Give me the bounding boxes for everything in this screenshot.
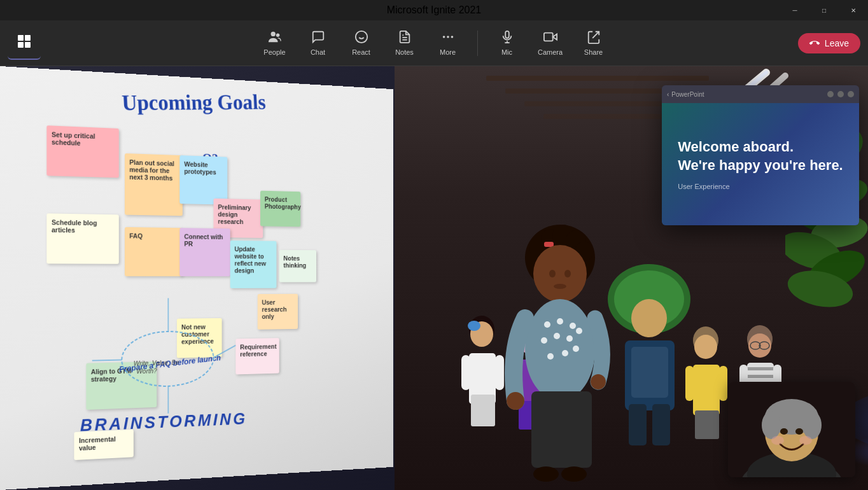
svg-rect-45 [652, 404, 670, 445]
ppt-back-button[interactable]: ‹ [667, 91, 669, 98]
svg-point-4 [270, 32, 275, 36]
svg-point-74 [554, 284, 566, 289]
leave-label: Leave [825, 38, 849, 48]
ppt-welcome-text: Welcome aboard. We're happy you're here. [678, 138, 843, 174]
svg-rect-48 [693, 365, 720, 416]
prepare-faq-text: Prepare a FAQ before launch [118, 353, 221, 374]
svg-point-13 [451, 36, 453, 38]
chat-icon [311, 30, 325, 46]
svg-rect-50 [685, 366, 694, 401]
camera-button[interactable]: Camera [531, 24, 570, 62]
mic-icon [500, 30, 514, 46]
notes-button[interactable]: Notes [386, 24, 424, 62]
react-button[interactable]: React [342, 24, 381, 62]
toolbar-right: Leave [798, 33, 860, 53]
svg-point-76 [525, 299, 595, 401]
more-button[interactable]: More [429, 24, 467, 62]
layout-button[interactable] [8, 27, 41, 60]
svg-rect-58 [747, 367, 774, 370]
svg-rect-30 [461, 355, 470, 390]
brainstorm-text: BRAINSTORMING [80, 409, 248, 435]
svg-point-91 [561, 466, 587, 482]
svg-rect-3 [25, 42, 31, 48]
svg-rect-51 [719, 366, 727, 401]
svg-point-109 [795, 428, 803, 435]
title-bar: Microsoft Ignite 2021 ─ □ ✕ [0, 0, 868, 20]
svg-point-88 [507, 392, 524, 410]
sticky-note: Connect with PR [179, 228, 230, 276]
svg-marker-17 [552, 34, 556, 39]
svg-rect-14 [505, 31, 509, 38]
maximize-button[interactable]: □ [809, 0, 839, 20]
toolbar-center: People Chat React [256, 24, 613, 62]
whiteboard: Upcoming Goals Q2 Set up critical schedu… [0, 66, 393, 490]
ppt-content: Welcome aboard. We're happy you're here.… [662, 103, 859, 225]
sticky-note: Schedule blog articles [46, 213, 118, 263]
sticky-note: FAQ [125, 227, 183, 276]
people-icon [268, 30, 282, 46]
ppt-control-close[interactable] [848, 91, 854, 97]
sticky-note: Update website to reflect new design [230, 241, 277, 288]
svg-point-73 [564, 270, 571, 277]
ppt-control-edit[interactable] [837, 91, 844, 97]
sticky-note: Set up critical schedule [46, 125, 118, 178]
mic-label: Mic [501, 48, 512, 56]
avatar-yellow-shirt [680, 321, 731, 442]
share-button[interactable]: Share [575, 24, 613, 62]
camera-label: Camera [538, 48, 563, 56]
sticky-note: Website prototypes [179, 155, 227, 205]
svg-rect-59 [747, 375, 774, 378]
sticky-note: User research only [258, 294, 298, 330]
sticky-note: Product Photography [260, 191, 300, 227]
leave-button[interactable]: Leave [798, 33, 860, 53]
svg-point-78 [557, 318, 563, 325]
svg-rect-29 [471, 395, 495, 426]
real-person-inner [728, 382, 855, 477]
svg-point-71 [533, 245, 587, 302]
svg-point-11 [442, 36, 445, 38]
minimize-button[interactable]: ─ [780, 0, 809, 20]
notes-label: Notes [395, 48, 414, 56]
svg-point-81 [554, 333, 560, 339]
main-content: Upcoming Goals Q2 Set up critical schedu… [0, 66, 868, 490]
svg-point-108 [780, 428, 788, 435]
window-title: Microsoft Ignite 2021 [387, 4, 482, 16]
svg-point-107 [802, 411, 822, 439]
svg-point-32 [468, 321, 480, 331]
svg-rect-0 [18, 35, 24, 41]
svg-line-21 [92, 360, 122, 361]
room-wall: ‹ PowerPoint Welcome aboard. We're happy… [395, 66, 868, 490]
mic-button[interactable]: Mic [488, 24, 526, 62]
svg-rect-87 [531, 391, 592, 468]
svg-point-84 [547, 353, 554, 360]
toolbar-left [8, 27, 41, 60]
chat-label: Chat [311, 48, 325, 56]
toolbar: People Chat React [0, 20, 868, 66]
svg-point-111 [799, 436, 812, 445]
ppt-window-controls [827, 91, 854, 97]
svg-rect-49 [695, 410, 719, 439]
ppt-subtitle: User Experience [678, 183, 843, 190]
chat-button[interactable]: Chat [299, 24, 337, 62]
sticky-note: Plan out social media for the next 3 mon… [125, 153, 183, 216]
svg-point-106 [762, 411, 781, 439]
svg-point-41 [631, 299, 667, 337]
svg-point-72 [549, 270, 556, 277]
svg-rect-1 [25, 35, 31, 41]
svg-rect-70 [544, 242, 554, 247]
more-icon [441, 30, 455, 46]
close-button[interactable]: ✕ [839, 0, 868, 20]
share-icon [587, 30, 601, 46]
svg-rect-44 [629, 404, 647, 445]
svg-point-86 [573, 346, 579, 352]
presenter-avatar [496, 223, 624, 490]
ppt-control-minimize[interactable] [827, 91, 834, 97]
window-controls: ─ □ ✕ [780, 0, 868, 20]
svg-rect-2 [18, 42, 24, 48]
svg-point-89 [591, 374, 606, 389]
ppt-title: ‹ PowerPoint [667, 91, 704, 98]
camera-icon [543, 30, 557, 46]
whiteboard-title: Upcoming Goals [122, 90, 267, 116]
people-button[interactable]: People [256, 24, 294, 62]
sticky-note: Notes thinking [279, 250, 316, 283]
